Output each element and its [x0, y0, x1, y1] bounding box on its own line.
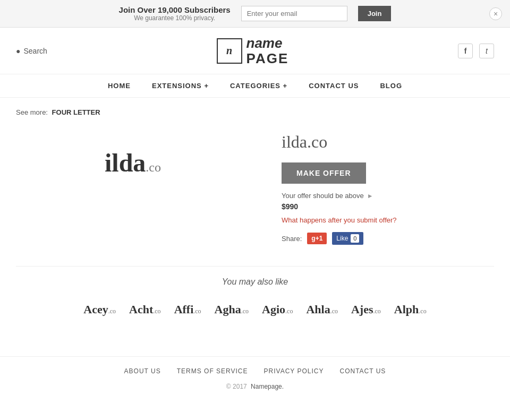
list-item[interactable]: Ahla.co	[303, 300, 341, 319]
card-name-1: Acht.co	[129, 303, 161, 316]
domain-section: ilda.co ilda.co Make Offer Your offer sh…	[16, 127, 494, 245]
social-icons: f t	[458, 44, 494, 58]
twitter-icon[interactable]: t	[479, 44, 494, 58]
domain-logo-ext: .co	[146, 160, 161, 174]
what-happens-link[interactable]: What happens after you submit offer?	[282, 216, 494, 224]
offer-arrow-icon: ►	[367, 192, 373, 200]
offer-info-text: Your offer should be above	[282, 192, 364, 200]
make-offer-button[interactable]: Make Offer	[282, 162, 366, 184]
domain-name: ilda.co	[282, 132, 494, 152]
logo-text: name PAGE	[246, 36, 289, 66]
breadcrumb-link[interactable]: FOUR LETTER	[52, 108, 100, 116]
search-label: Search	[23, 47, 47, 55]
domain-cards: Acey.co Acht.co Affi.co Agha.co Agio.co …	[16, 300, 494, 319]
footer-about[interactable]: ABOUT US	[124, 367, 161, 375]
domain-logo-text: ilda.co	[105, 148, 161, 177]
nav-categories[interactable]: CATEGORIES +	[230, 82, 287, 90]
nav: HOME EXTENSIONS + CATEGORIES + CONTACT U…	[0, 74, 510, 98]
card-name-6: Ajes.co	[351, 303, 381, 316]
footer-brand[interactable]: Namepage.	[251, 383, 284, 390]
banner-headline: Join Over 19,000 Subscribers	[119, 5, 231, 14]
search-icon: ●	[16, 47, 20, 55]
also-like-title: You may also like	[16, 277, 494, 287]
main-content: See more: FOUR LETTER ilda.co ilda.co Ma…	[0, 98, 510, 340]
card-name-3: Agha.co	[215, 303, 249, 316]
domain-info: ilda.co Make Offer Your offer should be …	[282, 127, 494, 245]
share-label: Share:	[282, 235, 302, 243]
footer: ABOUT US TERMS OF SERVICE PRIVACY POLICY…	[0, 356, 510, 401]
fb-like-label: Like	[336, 235, 348, 242]
join-button[interactable]: Join	[358, 6, 392, 21]
email-input[interactable]	[241, 6, 347, 21]
offer-info: Your offer should be above ►	[282, 192, 494, 200]
list-item[interactable]: Agha.co	[212, 300, 251, 319]
footer-contact[interactable]: CONTACT US	[339, 367, 386, 375]
footer-terms[interactable]: TERMS OF SERVICE	[177, 367, 248, 375]
footer-links: ABOUT US TERMS OF SERVICE PRIVACY POLICY…	[16, 367, 494, 375]
logo[interactable]: n name PAGE	[217, 36, 289, 66]
footer-year: © 2017	[226, 383, 247, 390]
banner-text: Join Over 19,000 Subscribers We guarante…	[119, 5, 231, 22]
nav-home[interactable]: HOME	[108, 82, 131, 90]
offer-price: $990	[282, 202, 494, 211]
breadcrumb: See more: FOUR LETTER	[16, 108, 494, 116]
list-item[interactable]: Ajes.co	[348, 300, 384, 319]
fb-count: 0	[351, 234, 359, 243]
gplus-button[interactable]: g+1	[307, 233, 327, 244]
facebook-like-button[interactable]: Like 0	[332, 232, 363, 245]
logo-name: name	[246, 36, 289, 51]
share-area: Share: g+1 Like 0	[282, 232, 494, 245]
card-name-0: Acey.co	[83, 303, 116, 316]
search-area[interactable]: ● Search	[16, 47, 47, 55]
list-item[interactable]: Affi.co	[172, 300, 204, 319]
card-name-7: Alph.co	[394, 303, 427, 316]
domain-logo-main: ilda	[105, 149, 146, 177]
list-item[interactable]: Alph.co	[392, 300, 429, 319]
banner-subtext: We guarantee 100% privacy.	[119, 14, 231, 22]
see-more-label: See more:	[16, 108, 48, 116]
nav-extensions[interactable]: EXTENSIONS +	[152, 82, 209, 90]
nav-contact[interactable]: CONTACT US	[309, 82, 359, 90]
logo-icon-letter: n	[226, 45, 232, 57]
header: ● Search n name PAGE f t	[0, 28, 510, 74]
facebook-icon[interactable]: f	[458, 44, 473, 58]
list-item[interactable]: Agio.co	[259, 300, 295, 319]
domain-logo-area: ilda.co	[16, 127, 250, 199]
list-item[interactable]: Acht.co	[126, 300, 164, 319]
card-name-2: Affi.co	[174, 303, 201, 316]
top-banner: Join Over 19,000 Subscribers We guarante…	[0, 0, 510, 28]
card-name-5: Ahla.co	[306, 303, 338, 316]
logo-icon: n	[217, 38, 242, 64]
nav-blog[interactable]: BLOG	[380, 82, 402, 90]
list-item[interactable]: Acey.co	[81, 300, 118, 319]
logo-page: PAGE	[246, 51, 289, 66]
close-banner-button[interactable]: ×	[489, 7, 502, 20]
footer-copyright: © 2017 Namepage.	[16, 383, 494, 390]
footer-privacy[interactable]: PRIVACY POLICY	[264, 367, 324, 375]
card-name-4: Agio.co	[262, 303, 293, 316]
also-like-section: You may also like Acey.co Acht.co Affi.c…	[16, 266, 494, 330]
